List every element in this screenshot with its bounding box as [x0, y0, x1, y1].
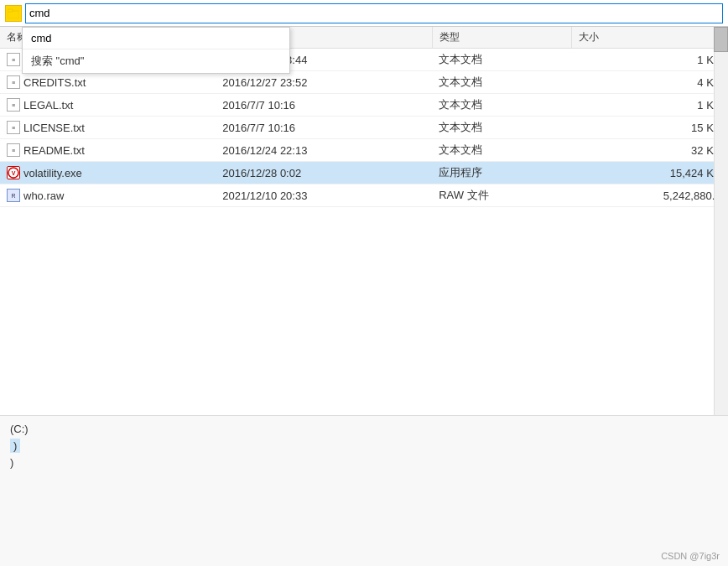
autocomplete-search-cmd[interactable]: 搜索 "cmd" — [23, 49, 289, 73]
file-type-cell: 文本文档 — [432, 117, 571, 139]
file-name-label: CREDITS.txt — [23, 76, 86, 89]
file-type-cell: 文本文档 — [432, 139, 571, 162]
table-row[interactable]: ≡README.txt2016/12/24 22:13文本文档32 KB — [0, 139, 728, 162]
svg-text:V: V — [12, 170, 16, 176]
file-date-cell: 2016/12/27 23:52 — [216, 71, 432, 94]
file-size-cell: 1 KB — [571, 49, 727, 71]
file-type-cell: 文本文档 — [432, 94, 571, 117]
file-name-label: LEGAL.txt — [23, 99, 73, 112]
file-name-label: README.txt — [23, 144, 85, 157]
file-size-cell: 15,424 KB — [571, 162, 727, 184]
file-name-cell: ≡README.txt — [0, 139, 216, 162]
address-input[interactable] — [25, 3, 723, 23]
address-bar — [0, 0, 728, 27]
path-line-2: ) — [10, 439, 20, 453]
file-name-label: who.raw — [23, 190, 64, 202]
raw-icon: R — [7, 189, 20, 202]
file-name-cell: Rwho.raw — [0, 184, 216, 207]
file-date-cell: 2016/12/24 22:13 — [216, 139, 432, 162]
svg-rect-0 — [8, 11, 19, 18]
col-type[interactable]: 类型 — [432, 27, 571, 49]
file-name-cell: ≡CREDITS.txt — [0, 71, 216, 94]
file-size-cell: 32 KB — [571, 139, 727, 162]
file-type-cell: 文本文档 — [432, 49, 571, 71]
txt-icon: ≡ — [7, 75, 20, 89]
file-size-cell: 5,242,880... — [571, 184, 727, 207]
table-row[interactable]: ≡LEGAL.txt2016/7/7 10:16文本文档1 KB — [0, 94, 728, 117]
exe-icon: V — [7, 166, 20, 179]
file-date-cell: 2016/7/7 10:16 — [216, 117, 432, 139]
autocomplete-dropdown: cmd 搜索 "cmd" — [22, 27, 290, 74]
folder-icon — [5, 5, 22, 22]
scrollbar-thumb[interactable] — [714, 27, 728, 52]
path-line-3: ) — [10, 456, 718, 469]
txt-icon: ≡ — [7, 98, 20, 112]
file-date-cell: 2021/12/10 20:33 — [216, 184, 432, 207]
txt-icon: ≡ — [7, 121, 20, 134]
autocomplete-item-cmd[interactable]: cmd — [23, 28, 289, 49]
file-type-cell: 应用程序 — [432, 162, 571, 184]
scrollbar-track — [714, 27, 728, 415]
txt-icon: ≡ — [7, 53, 20, 66]
file-name-cell: ≡LICENSE.txt — [0, 117, 216, 139]
file-type-cell: RAW 文件 — [432, 184, 571, 207]
table-row[interactable]: ≡CREDITS.txt2016/12/27 23:52文本文档4 KB — [0, 71, 728, 94]
file-name-cell: V volatility.exe — [0, 162, 216, 184]
file-name-label: LICENSE.txt — [23, 122, 85, 134]
file-name-label: volatility.exe — [23, 167, 82, 179]
bottom-area: (C:) ) ) — [0, 415, 728, 566]
file-type-cell: 文本文档 — [432, 71, 571, 94]
file-size-cell: 4 KB — [571, 71, 727, 94]
table-row[interactable]: V volatility.exe2016/12/28 0:02应用程序15,42… — [0, 162, 728, 184]
file-date-cell: 2016/12/28 0:02 — [216, 162, 432, 184]
svg-rect-1 — [8, 9, 13, 12]
file-size-cell: 15 KB — [571, 117, 727, 139]
path-line-1: (C:) — [10, 423, 718, 435]
file-size-cell: 1 KB — [571, 94, 727, 117]
file-name-cell: ≡LEGAL.txt — [0, 94, 216, 117]
txt-icon: ≡ — [7, 143, 20, 157]
table-row[interactable]: Rwho.raw2021/12/10 20:33RAW 文件5,242,880.… — [0, 184, 728, 207]
watermark: CSDN @7ig3r — [661, 551, 720, 561]
col-size[interactable]: 大小 — [571, 27, 727, 49]
file-date-cell: 2016/7/7 10:16 — [216, 94, 432, 117]
table-row[interactable]: ≡LICENSE.txt2016/7/7 10:16文本文档15 KB — [0, 117, 728, 139]
